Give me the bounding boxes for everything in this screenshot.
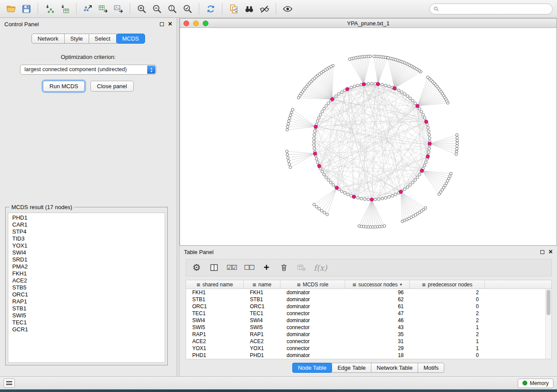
bottom-tab-motifs[interactable]: Motifs [418,363,444,373]
table-row[interactable]: YOX1YOX1connector291 [186,345,545,352]
add-column-icon[interactable]: + [261,262,272,273]
select-all-columns-icon[interactable]: ☑☑ [226,262,237,273]
tab-select[interactable]: Select [89,34,117,44]
result-node[interactable]: PHD1 [12,214,165,221]
table-row[interactable]: FKH1FKH1dominator962 [186,289,545,296]
svg-text:1: 1 [170,6,172,10]
import-network-icon[interactable] [43,2,56,15]
close-panel-icon[interactable]: × [168,22,172,26]
network-canvas-area[interactable] [180,28,557,245]
result-node[interactable]: SWI5 [12,312,165,319]
result-node[interactable]: ORC1 [12,291,165,298]
column-header[interactable]: ▦predecessor nodes [410,280,485,289]
table-cell: ACE2 [244,338,280,344]
window-minimize-icon[interactable] [193,21,199,26]
float-panel-icon[interactable] [160,22,164,26]
zoom-fit-selected-icon[interactable] [181,2,194,15]
network-canvas[interactable] [180,28,557,245]
table-panel: Table Panel × ⚙ ☑☑ ☐☐ + f(x) ▦shared nam… [180,246,557,376]
table-cell: FKH1 [186,289,244,296]
deselect-all-columns-icon[interactable]: ☐☐ [244,262,254,273]
open-folder-icon[interactable] [4,2,17,15]
tab-network[interactable]: Network [31,34,65,44]
result-node[interactable]: GCR1 [12,326,165,333]
result-node[interactable]: TID3 [12,235,165,242]
mcds-result-list[interactable]: PHD1CAR1STP4TID3YOX1SWI4SRD1PMA2FKH1ACE2… [8,213,165,363]
table-cell: PHD1 [244,352,280,358]
scrollbar-thumb[interactable] [547,290,550,315]
table-vertical-scrollbar[interactable] [545,289,551,359]
table-settings-gear-icon[interactable]: ⚙ [191,262,202,273]
zoom-out-icon[interactable] [150,2,163,15]
window-maximize-icon[interactable] [203,21,208,26]
table-row[interactable]: TEC1TEC1connector472 [186,310,545,317]
column-type-icon: ▦ [197,282,201,287]
column-type-icon: ▦ [253,282,256,287]
column-header[interactable]: ▦name [244,280,280,289]
tab-style[interactable]: Style [64,34,89,44]
table-cell: SWI4 [186,317,244,323]
result-node[interactable]: ACE2 [12,277,165,284]
float-table-panel-icon[interactable] [540,250,544,254]
show-columns-icon[interactable] [209,262,219,273]
result-node[interactable]: PMA2 [12,263,165,270]
network-view-titlebar[interactable]: YPA_prune.txt_1 [180,19,557,28]
table-row[interactable]: ORC1ORC1dominator610 [186,303,545,310]
zoom-actual-icon[interactable]: 1 [166,2,179,15]
table-row[interactable]: STB1STB1dominator620 [186,296,545,303]
table-cell: dominator [280,331,345,337]
table-row[interactable]: SWI4SWI4dominator462 [186,317,545,324]
import-table-icon[interactable] [58,2,71,15]
result-node[interactable]: SRD1 [12,256,165,263]
table-header-row: ▦shared name▦name▦MCDS role▦successor no… [186,280,551,289]
column-header[interactable]: ▦shared name [186,280,244,289]
delete-column-icon[interactable] [279,262,289,273]
task-history-icon[interactable] [3,378,15,388]
show-eye-icon[interactable] [281,2,294,15]
search-input[interactable] [441,6,549,12]
table-row[interactable]: PHD1PHD1dominator180 [186,352,545,359]
export-image-icon[interactable] [112,2,125,15]
result-node[interactable]: YOX1 [12,242,165,249]
export-table-icon[interactable] [97,2,110,15]
result-node[interactable]: TEC1 [12,319,165,326]
close-panel-button[interactable]: Close panel [90,81,134,92]
column-header[interactable]: ▦MCDS role [280,280,345,289]
criterion-select-value: largest connected component (undirected) [24,66,127,72]
close-table-panel-icon[interactable]: × [549,250,553,254]
refresh-layout-icon[interactable] [204,2,217,15]
table-cell: 31 [345,338,410,344]
result-node[interactable]: STB1 [12,305,165,312]
table-cell: dominator [280,303,345,309]
result-node[interactable]: RAP1 [12,298,165,305]
save-icon[interactable] [20,2,33,15]
result-node[interactable]: STP4 [12,228,165,235]
tab-mcds[interactable]: MCDS [116,34,145,44]
table-row[interactable]: SWI5SWI5connector431 [186,324,545,331]
result-node[interactable]: STB5 [12,284,165,291]
bottom-tab-node-table[interactable]: Node Table [292,363,332,373]
column-header[interactable]: ▦successor nodes▾ [345,280,410,289]
find-binoculars-icon[interactable] [242,2,256,15]
column-header-filler [485,280,551,289]
criterion-select[interactable]: largest connected component (undirected)… [20,65,156,75]
export-document-share-icon[interactable] [227,2,240,15]
bottom-tab-network-table[interactable]: Network Table [371,363,418,373]
run-mcds-button[interactable]: Run MCDS [43,81,85,92]
memory-button[interactable]: Memory [518,378,554,388]
column-type-icon: ▦ [353,282,356,287]
result-node[interactable]: SWI4 [12,249,165,256]
hide-glasses-icon[interactable] [258,2,271,15]
zoom-in-icon[interactable] [135,2,148,15]
delete-table-icon [296,262,307,273]
table-cell: ACE2 [186,338,244,344]
search-box[interactable] [429,3,553,14]
table-row[interactable]: ACE2ACE2connector311 [186,338,545,345]
export-network-icon[interactable] [81,2,94,15]
window-close-icon[interactable] [183,21,189,26]
result-node[interactable]: CAR1 [12,221,165,228]
bottom-tab-edge-table[interactable]: Edge Table [332,363,371,373]
table-row[interactable]: RAP1RAP1dominator352 [186,331,545,338]
result-node[interactable]: FKH1 [12,270,165,277]
table-cell: 1 [410,345,485,351]
